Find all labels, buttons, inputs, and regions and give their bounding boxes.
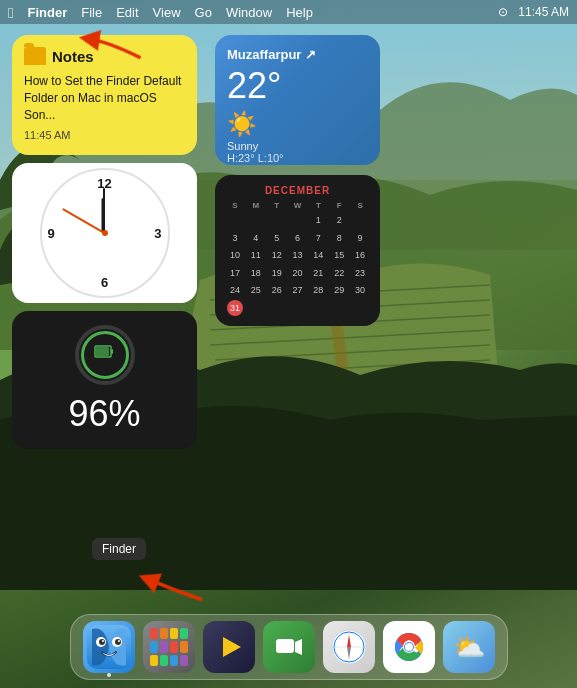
svg-point-17 (115, 639, 121, 645)
weather-location: Muzaffarpur ↗ (227, 47, 368, 62)
menu-go[interactable]: Go (195, 5, 212, 20)
weather-sun-icon: ☀️ (227, 110, 368, 138)
cal-day-13[interactable]: 13 (288, 247, 308, 264)
desktop:  Finder File Edit View Go Window Help ⊙… (0, 0, 577, 688)
cal-day-27[interactable]: 27 (288, 282, 308, 299)
cal-day-26[interactable]: 26 (267, 282, 287, 299)
weather-dock-emoji: ⛅ (453, 632, 485, 663)
svg-line-6 (220, 360, 490, 375)
dock-finder[interactable] (83, 621, 135, 673)
menu-view[interactable]: View (153, 5, 181, 20)
cal-day-23[interactable]: 23 (350, 265, 370, 282)
cal-day-3[interactable]: 3 (225, 230, 245, 247)
cal-header-s1: S (225, 200, 245, 211)
weather-condition: Sunny (227, 140, 368, 152)
cal-header-t2: T (308, 200, 328, 211)
cal-header-f: F (329, 200, 349, 211)
cal-day-6[interactable]: 6 (288, 230, 308, 247)
svg-line-4 (210, 330, 490, 345)
cal-day-empty-2 (246, 212, 266, 229)
weather-widget[interactable]: Muzaffarpur ↗ 22° ☀️ Sunny H:23° L:10° (215, 35, 380, 165)
battery-widget[interactable]: 96% (12, 311, 197, 449)
notes-widget-time: 11:45 AM (24, 129, 185, 141)
cal-day-7[interactable]: 7 (308, 230, 328, 247)
menu-window[interactable]: Window (226, 5, 272, 20)
cal-day-29[interactable]: 29 (329, 282, 349, 299)
cal-day-empty-1 (225, 212, 245, 229)
notes-folder-icon (24, 47, 46, 65)
dock: ⛅ (70, 614, 508, 680)
cal-day-empty-3 (267, 212, 287, 229)
weather-range: H:23° L:10° (227, 152, 368, 164)
clock-3: 3 (154, 226, 161, 241)
cal-day-18[interactable]: 18 (246, 265, 266, 282)
cal-header-m: M (246, 200, 266, 211)
cal-day-19[interactable]: 19 (267, 265, 287, 282)
cal-day-5[interactable]: 5 (267, 230, 287, 247)
clock-center-dot (102, 230, 108, 236)
cal-day-empty-9 (308, 300, 328, 316)
cal-day-9[interactable]: 9 (350, 230, 370, 247)
weather-dock-icon: ⛅ (443, 621, 495, 673)
cal-day-14[interactable]: 14 (308, 247, 328, 264)
cal-day-25[interactable]: 25 (246, 282, 266, 299)
cal-day-8[interactable]: 8 (329, 230, 349, 247)
cal-header-s2: S (350, 200, 370, 211)
cal-header-w: W (288, 200, 308, 211)
cal-day-4[interactable]: 4 (246, 230, 266, 247)
chrome-icon (383, 621, 435, 673)
battery-inner-ring (81, 331, 129, 379)
cal-day-1[interactable]: 1 (308, 212, 328, 229)
clock-widget[interactable]: 12 3 6 9 (12, 163, 197, 303)
clock-minute-hand (103, 188, 105, 233)
cal-day-11[interactable]: 11 (246, 247, 266, 264)
clock-face: 12 3 6 9 (40, 168, 170, 298)
svg-marker-19 (223, 637, 241, 657)
cal-day-10[interactable]: 10 (225, 247, 245, 264)
cal-day-empty-8 (288, 300, 308, 316)
menu-time: 11:45 AM (518, 5, 569, 19)
cal-day-empty-6 (246, 300, 266, 316)
cal-day-16[interactable]: 16 (350, 247, 370, 264)
cal-day-empty-5 (350, 212, 370, 229)
cal-day-31-today[interactable]: 31 (227, 300, 243, 316)
svg-rect-10 (96, 347, 109, 356)
battery-circle (75, 325, 135, 385)
cal-day-22[interactable]: 22 (329, 265, 349, 282)
cal-day-24[interactable]: 24 (225, 282, 245, 299)
facetime-icon (263, 621, 315, 673)
cal-day-12[interactable]: 12 (267, 247, 287, 264)
clock-12: 12 (97, 176, 111, 191)
cal-day-empty-11 (350, 300, 370, 316)
svg-point-18 (118, 640, 120, 642)
cal-day-2[interactable]: 2 (329, 212, 349, 229)
apple-menu[interactable]:  (8, 4, 13, 21)
finder-tooltip: Finder (92, 538, 146, 560)
cal-day-17[interactable]: 17 (225, 265, 245, 282)
battery-screen-icon (93, 343, 117, 367)
menu-finder[interactable]: Finder (27, 5, 67, 20)
menu-control-center[interactable]: ⊙ (498, 5, 508, 19)
cal-day-28[interactable]: 28 (308, 282, 328, 299)
cal-day-21[interactable]: 21 (308, 265, 328, 282)
calendar-month: DECEMBER (225, 185, 370, 196)
cal-day-empty-10 (329, 300, 349, 316)
calendar-grid: S M T W T F S 1 2 3 4 5 6 7 8 9 10 11 (225, 200, 370, 316)
svg-point-15 (102, 640, 104, 642)
cal-day-30[interactable]: 30 (350, 282, 370, 299)
dock-safari[interactable] (323, 621, 375, 673)
cal-day-empty-7 (267, 300, 287, 316)
menu-help[interactable]: Help (286, 5, 313, 20)
dock-weather[interactable]: ⛅ (443, 621, 495, 673)
clock-9: 9 (48, 226, 55, 241)
dock-facetime[interactable] (263, 621, 315, 673)
imovie-icon (203, 621, 255, 673)
menubar:  Finder File Edit View Go Window Help ⊙… (0, 0, 577, 24)
cal-day-empty-4 (288, 212, 308, 229)
dock-imovie[interactable] (203, 621, 255, 673)
menu-file[interactable]: File (81, 5, 102, 20)
dock-chrome[interactable] (383, 621, 435, 673)
calendar-widget[interactable]: DECEMBER S M T W T F S 1 2 3 4 5 6 7 8 9 (215, 175, 380, 326)
cal-day-20[interactable]: 20 (288, 265, 308, 282)
cal-day-15[interactable]: 15 (329, 247, 349, 264)
